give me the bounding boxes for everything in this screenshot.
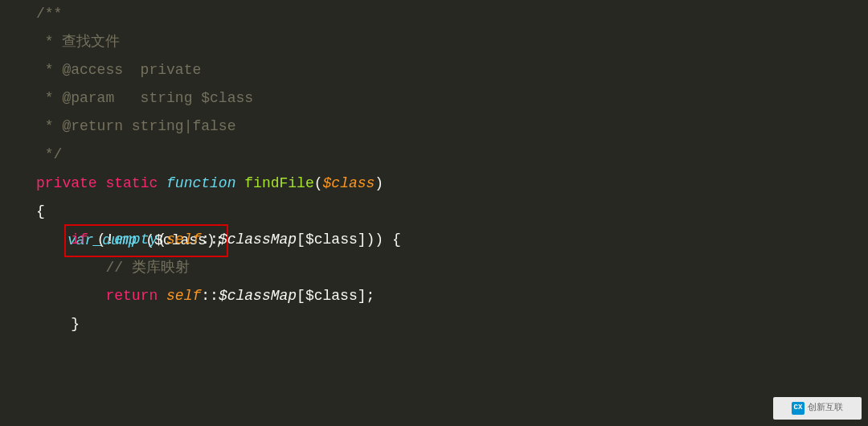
code-line: { xyxy=(0,198,868,226)
function-name: findFile xyxy=(244,175,313,191)
watermark: CX 创新互联 xyxy=(773,397,862,420)
keyword-private: private xyxy=(36,175,97,191)
comment-text: // 类库映射 xyxy=(105,260,189,276)
variable: $class xyxy=(305,231,358,248)
code-line: return self::$classMap[$class]; xyxy=(0,282,868,310)
parameter: $class xyxy=(323,175,375,191)
watermark-icon: CX xyxy=(792,402,805,415)
code-line: * @access private xyxy=(0,56,868,84)
code-line: /** xyxy=(0,0,868,28)
property: $classMap xyxy=(219,288,297,304)
code-line: // 类库映射 xyxy=(0,254,868,282)
watermark-text: 创新互联 xyxy=(808,399,843,416)
comment-text: 查找文件 xyxy=(62,34,120,50)
comment-text: * @access private xyxy=(36,62,201,78)
code-line: } xyxy=(0,310,868,338)
code-editor[interactable]: /** * 查找文件 * @access private * @param st… xyxy=(0,0,868,338)
comment-text: * @return string|false xyxy=(36,118,235,134)
keyword-static: static xyxy=(105,175,158,191)
comment-text: */ xyxy=(36,146,62,162)
code-line: */ xyxy=(0,141,868,169)
variable: $class xyxy=(305,288,358,304)
keyword-self: self xyxy=(166,231,201,248)
keyword-function: function xyxy=(166,175,235,191)
code-line: private static function findFile($class) xyxy=(0,170,868,198)
property: $classMap xyxy=(219,231,297,248)
comment-text: * @param string $class xyxy=(36,90,253,106)
comment-text: /** xyxy=(36,6,62,22)
code-line: * @param string $class xyxy=(0,84,868,113)
code-line: * 查找文件 xyxy=(0,28,868,56)
keyword-self: self xyxy=(166,288,201,304)
keyword-return: return xyxy=(105,288,158,304)
function-call: empty xyxy=(114,231,158,248)
code-line: * @return string|false xyxy=(0,113,868,141)
keyword-if: if xyxy=(71,231,88,248)
code-line: if (!empty(self::$classMap[$class])) { xyxy=(0,226,868,254)
brace: } xyxy=(71,316,80,332)
comment-text: * xyxy=(36,34,62,50)
brace: { xyxy=(36,203,45,219)
